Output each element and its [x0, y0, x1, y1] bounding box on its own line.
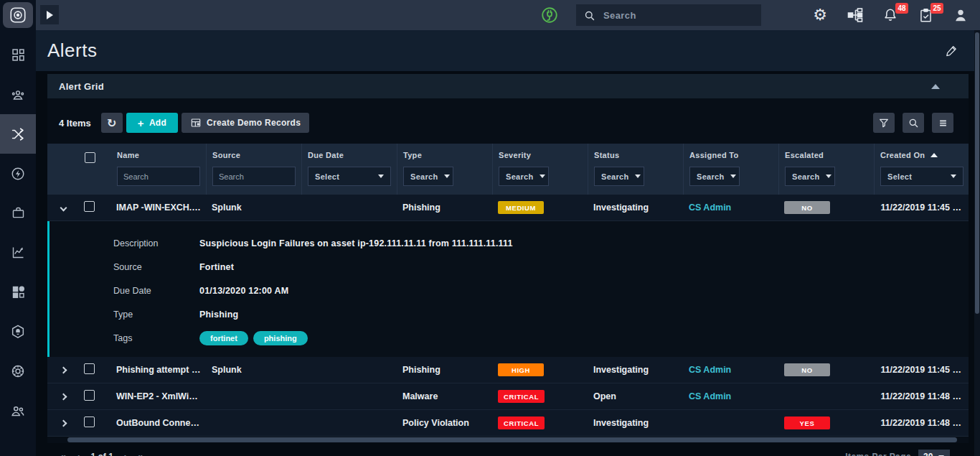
created-on-filter-select[interactable]: Select	[880, 167, 963, 186]
funnel-icon	[878, 117, 890, 129]
type-filter-value: Search	[410, 172, 438, 181]
chevron-down-icon	[951, 175, 956, 178]
edit-page-button[interactable]	[945, 44, 958, 57]
column-header-assigned-to[interactable]: Assigned To Search	[684, 144, 779, 195]
add-button[interactable]: + Add	[126, 113, 178, 133]
cell-assigned-to[interactable]: CS Admin	[684, 365, 779, 375]
hexagon-bell-icon	[10, 324, 26, 340]
user-menu-button[interactable]	[951, 6, 970, 24]
table-row[interactable]: IMAP -WIN-EXCH.c… Splunk Phishing MEDIUM…	[47, 195, 969, 221]
expand-row-icon[interactable]	[60, 367, 67, 374]
sidebar-item-reports[interactable]	[0, 233, 36, 272]
escalated-badge: NO	[784, 363, 830, 376]
prev-page-button[interactable]: ‹	[77, 451, 80, 456]
column-header-escalated[interactable]: Escalated Search	[779, 144, 875, 195]
assigned-to-header-label: Assigned To	[689, 151, 773, 159]
sidebar-item-threat-intel[interactable]	[0, 312, 36, 351]
escalated-header-label: Escalated	[785, 151, 868, 159]
table-row[interactable]: WIN-EP2 - XmlWin… Malware CRITICAL Open …	[47, 383, 969, 410]
cell-name[interactable]: OutBound Connecti…	[111, 418, 207, 428]
row-checkbox[interactable]	[84, 417, 95, 427]
grid-toolbar: 4 Items ↻ + Add Create Demo Reco	[47, 98, 969, 144]
detail-row: Due Date 01/13/2020 12:00 AM	[50, 279, 969, 302]
approvals-button[interactable]: 25	[916, 6, 935, 24]
page-title-bar: Alerts	[36, 30, 980, 71]
refresh-button[interactable]: ↻	[101, 113, 123, 133]
grid-footer: « ‹ 1 of 1 › » Items Per Page 30	[47, 443, 969, 456]
tag-chip[interactable]: fortinet	[199, 331, 248, 345]
cell-assigned-to[interactable]: CS Admin	[684, 203, 779, 213]
plus-icon: +	[138, 118, 144, 129]
horizontal-scrollbar-thumb[interactable]	[67, 437, 957, 442]
first-page-button[interactable]: «	[60, 451, 66, 456]
due-date-filter-value: Select	[315, 172, 339, 181]
source-filter-input[interactable]	[212, 167, 296, 186]
row-checkbox[interactable]	[84, 201, 95, 212]
refresh-icon: ↻	[107, 116, 117, 130]
collapse-row-icon[interactable]	[60, 205, 67, 212]
name-header-label: Name	[117, 151, 200, 159]
cell-name[interactable]: IMAP -WIN-EXCH.c…	[111, 203, 207, 213]
sidebar-item-cases[interactable]	[0, 193, 36, 233]
detail-row: Type Phishing	[50, 302, 969, 326]
sitemap-button[interactable]	[846, 6, 864, 24]
column-header-source[interactable]: Source	[207, 144, 302, 195]
play-icon	[47, 11, 53, 19]
cell-severity: CRITICAL	[493, 417, 588, 429]
severity-badge: CRITICAL	[498, 390, 545, 403]
chevron-down-icon	[635, 175, 641, 178]
sidebar-item-connectors[interactable]	[0, 351, 36, 391]
status-filter-value: Search	[601, 172, 629, 181]
cell-name[interactable]: Phishing attempt o…	[111, 365, 207, 375]
table-row[interactable]: OutBound Connecti… Policy Violation CRIT…	[47, 410, 969, 437]
sidebar-item-alerts[interactable]	[0, 114, 36, 154]
settings-button[interactable]: ⚙	[811, 6, 829, 24]
escalated-filter-select[interactable]: Search	[785, 167, 835, 186]
create-demo-records-button[interactable]: Create Demo Records	[182, 113, 309, 133]
last-page-button[interactable]: »	[138, 451, 143, 456]
nav-expand-button[interactable]	[40, 5, 59, 24]
global-search-input[interactable]	[576, 4, 761, 26]
expand-row-icon[interactable]	[60, 394, 67, 401]
expand-row-icon[interactable]	[60, 420, 67, 427]
escalated-filter-value: Search	[792, 172, 820, 181]
due-date-filter-select[interactable]: Select	[308, 167, 391, 186]
menu-toggle-button[interactable]	[932, 113, 953, 133]
items-per-page-select[interactable]: 30	[918, 450, 950, 456]
column-header-name[interactable]: Name	[111, 144, 207, 195]
cell-assigned-to[interactable]: CS Admin	[684, 391, 779, 401]
name-filter-input[interactable]	[117, 167, 200, 186]
notifications-button[interactable]: 48	[881, 6, 900, 24]
tag-chip[interactable]: phishing	[253, 331, 308, 345]
column-header-type[interactable]: Type Search	[397, 144, 493, 195]
search-toggle-button[interactable]	[903, 113, 924, 133]
next-page-button[interactable]: ›	[124, 451, 128, 456]
select-all-checkbox[interactable]	[85, 152, 95, 163]
table-row[interactable]: Phishing attempt o… Splunk Phishing HIGH…	[47, 357, 969, 383]
detail-value: Phishing	[199, 310, 238, 320]
filter-toggle-button[interactable]	[873, 113, 895, 133]
column-header-due-date[interactable]: Due Date Select	[302, 144, 397, 195]
system-health-button[interactable]	[540, 6, 559, 27]
severity-filter-select[interactable]: Search	[499, 167, 549, 186]
crossed-arrows-icon	[10, 126, 26, 142]
status-filter-select[interactable]: Search	[594, 167, 644, 186]
line-chart-icon	[11, 245, 26, 260]
sidebar-item-automation[interactable]	[0, 154, 36, 193]
row-checkbox[interactable]	[84, 390, 95, 401]
type-filter-select[interactable]: Search	[403, 167, 453, 186]
sidebar-item-users[interactable]	[0, 391, 36, 430]
sidebar-item-widgets[interactable]	[0, 272, 36, 312]
row-checkbox[interactable]	[84, 363, 95, 374]
column-header-status[interactable]: Status Search	[588, 144, 684, 195]
cell-name[interactable]: WIN-EP2 - XmlWin…	[111, 391, 207, 401]
column-header-created-on[interactable]: Created On Select	[875, 144, 969, 195]
collapse-panel-button[interactable]	[931, 84, 940, 89]
sidebar-item-dashboard[interactable]	[0, 35, 36, 75]
app-logo[interactable]	[3, 2, 33, 28]
sidebar-item-teams[interactable]	[0, 75, 36, 114]
assigned-to-filter-select[interactable]: Search	[689, 167, 740, 186]
sidebar	[0, 0, 36, 456]
vertical-scrollbar-thumb[interactable]	[975, 32, 979, 314]
column-header-severity[interactable]: Severity Search	[493, 144, 588, 195]
